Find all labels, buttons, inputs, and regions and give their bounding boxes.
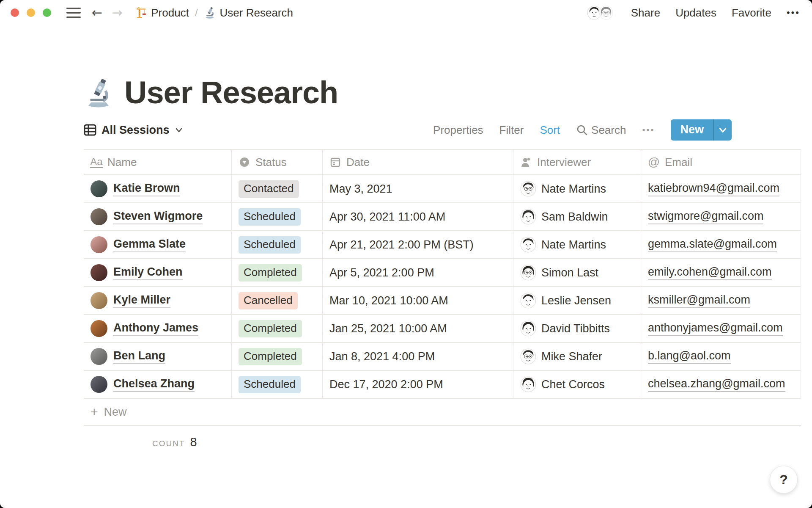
table-row[interactable]: Kyle Miller Cancelled Mar 10, 2021 10:00… <box>84 287 801 315</box>
record-name-link[interactable]: Emily Cohen <box>113 265 183 280</box>
column-header-interviewer[interactable]: Interviewer <box>513 150 641 174</box>
add-row-button[interactable]: + New <box>84 399 801 426</box>
collaborator-avatars[interactable] <box>586 5 614 21</box>
cell-name[interactable]: Chelsea Zhang <box>84 371 232 398</box>
cell-interviewer[interactable]: Nate Martins <box>513 231 641 258</box>
page-title[interactable]: User Research <box>124 77 338 108</box>
email-link[interactable]: emily.cohen@gmail.com <box>648 265 772 280</box>
count-footer[interactable]: COUNT 8 <box>84 426 801 449</box>
cell-date[interactable]: Dec 17, 2020 2:00 PM <box>323 371 513 398</box>
breadcrumb-item-user-research[interactable]: User Research <box>200 5 296 21</box>
cell-email[interactable]: b.lang@aol.com <box>641 343 801 370</box>
cell-interviewer[interactable]: Mike Shafer <box>513 343 641 370</box>
record-name-link[interactable]: Katie Brown <box>113 182 180 196</box>
column-header-name[interactable]: Aa Name <box>84 150 232 174</box>
sort-button[interactable]: Sort <box>540 124 560 137</box>
email-link[interactable]: gemma.slate@gmail.com <box>648 237 777 252</box>
column-header-status[interactable]: Status <box>232 150 323 174</box>
table-row[interactable]: Anthony James Completed Jan 25, 2021 10:… <box>84 315 801 343</box>
table-row[interactable]: Ben Lang Completed Jan 8, 2021 4:00 PM M… <box>84 343 801 371</box>
cell-name[interactable]: Kyle Miller <box>84 287 232 314</box>
table-row[interactable]: Katie Brown Contacted May 3, 2021 Nate M… <box>84 175 801 203</box>
properties-button[interactable]: Properties <box>433 124 483 137</box>
table-row[interactable]: Gemma Slate Scheduled Apr 21, 2021 2:00 … <box>84 231 801 259</box>
more-options-icon[interactable]: ••• <box>787 7 800 18</box>
email-link[interactable]: anthonyjames@gmail.com <box>648 321 783 336</box>
cell-email[interactable]: gemma.slate@gmail.com <box>641 231 801 258</box>
cell-name[interactable]: Katie Brown <box>84 175 232 202</box>
table-row[interactable]: Steven Wigmore Scheduled Apr 30, 2021 11… <box>84 203 801 231</box>
cell-date[interactable]: May 3, 2021 <box>323 175 513 202</box>
cell-name[interactable]: Ben Lang <box>84 343 232 370</box>
cell-email[interactable]: anthonyjames@gmail.com <box>641 315 801 342</box>
record-name-link[interactable]: Chelsea Zhang <box>113 377 195 392</box>
sidebar-menu-icon[interactable] <box>66 8 81 18</box>
interviewer-name: David Tibbitts <box>541 322 610 335</box>
cell-status[interactable]: Contacted <box>232 175 323 202</box>
record-name-link[interactable]: Gemma Slate <box>113 237 186 252</box>
filter-button[interactable]: Filter <box>499 124 524 137</box>
table-row[interactable]: Chelsea Zhang Scheduled Dec 17, 2020 2:0… <box>84 371 801 399</box>
cell-date[interactable]: Apr 30, 2021 11:00 AM <box>323 203 513 230</box>
record-name-link[interactable]: Steven Wigmore <box>113 210 203 224</box>
updates-button[interactable]: Updates <box>675 6 716 19</box>
cell-status[interactable]: Completed <box>232 343 323 370</box>
column-header-email[interactable]: @ Email <box>641 150 801 174</box>
cell-date[interactable]: Mar 10, 2021 10:00 AM <box>323 287 513 314</box>
cell-email[interactable]: katiebrown94@gmail.com <box>641 175 801 202</box>
cell-email[interactable]: ksmiller@gmail.com <box>641 287 801 314</box>
search-button[interactable]: Search <box>576 124 626 137</box>
cell-interviewer[interactable]: Simon Last <box>513 259 641 286</box>
cell-status[interactable]: Cancelled <box>232 287 323 314</box>
cell-name[interactable]: Anthony James <box>84 315 232 342</box>
share-button[interactable]: Share <box>631 6 660 19</box>
forward-arrow-icon[interactable]: → <box>112 6 122 19</box>
record-name-link[interactable]: Anthony James <box>113 321 198 336</box>
cell-interviewer[interactable]: Chet Corcos <box>513 371 641 398</box>
cell-interviewer[interactable]: Nate Martins <box>513 175 641 202</box>
favorite-button[interactable]: Favorite <box>732 6 771 19</box>
cell-status[interactable]: Completed <box>232 259 323 286</box>
record-name-link[interactable]: Ben Lang <box>113 349 165 364</box>
minimize-window-button[interactable] <box>27 8 35 17</box>
view-switcher[interactable]: All Sessions <box>84 124 183 137</box>
breadcrumb-item-product[interactable]: Product <box>132 5 192 21</box>
cell-status[interactable]: Scheduled <box>232 203 323 230</box>
cell-date[interactable]: Jan 8, 2021 4:00 PM <box>323 343 513 370</box>
cell-status[interactable]: Scheduled <box>232 231 323 258</box>
column-header-date[interactable]: Date <box>323 150 513 174</box>
email-link[interactable]: chelsea.zhang@gmail.com <box>648 377 785 392</box>
cell-email[interactable]: stwigmore@gmail.com <box>641 203 801 230</box>
email-link[interactable]: stwigmore@gmail.com <box>648 210 763 224</box>
cell-name[interactable]: Gemma Slate <box>84 231 232 258</box>
cell-status[interactable]: Scheduled <box>232 371 323 398</box>
cell-status[interactable]: Completed <box>232 315 323 342</box>
help-button[interactable]: ? <box>770 466 798 494</box>
cell-name[interactable]: Steven Wigmore <box>84 203 232 230</box>
top-bar: ← → Product / User Research <box>0 0 812 25</box>
record-name-link[interactable]: Kyle Miller <box>113 293 170 308</box>
cell-date[interactable]: Apr 21, 2021 2:00 PM (BST) <box>323 231 513 258</box>
zoom-window-button[interactable] <box>43 8 51 17</box>
email-link[interactable]: katiebrown94@gmail.com <box>648 182 779 196</box>
table-row[interactable]: Emily Cohen Completed Apr 5, 2021 2:00 P… <box>84 259 801 287</box>
cell-date[interactable]: Apr 5, 2021 2:00 PM <box>323 259 513 286</box>
cell-name[interactable]: Emily Cohen <box>84 259 232 286</box>
page-icon-microscope[interactable] <box>84 78 113 108</box>
date-value: Jan 25, 2021 10:00 AM <box>329 322 447 335</box>
email-link[interactable]: ksmiller@gmail.com <box>648 293 750 308</box>
back-arrow-icon[interactable]: ← <box>92 6 102 19</box>
email-link[interactable]: b.lang@aol.com <box>648 349 731 364</box>
cell-date[interactable]: Jan 25, 2021 10:00 AM <box>323 315 513 342</box>
cell-email[interactable]: chelsea.zhang@gmail.com <box>641 371 801 398</box>
cell-email[interactable]: emily.cohen@gmail.com <box>641 259 801 286</box>
cell-interviewer[interactable]: Leslie Jensen <box>513 287 641 314</box>
view-more-options-icon[interactable]: ••• <box>642 125 655 135</box>
close-window-button[interactable] <box>11 8 19 17</box>
new-record-button[interactable]: New <box>671 119 732 141</box>
crane-icon <box>135 7 147 19</box>
cell-interviewer[interactable]: David Tibbitts <box>513 315 641 342</box>
new-button-dropdown[interactable] <box>713 119 732 141</box>
count-value: 8 <box>190 435 197 449</box>
cell-interviewer[interactable]: Sam Baldwin <box>513 203 641 230</box>
